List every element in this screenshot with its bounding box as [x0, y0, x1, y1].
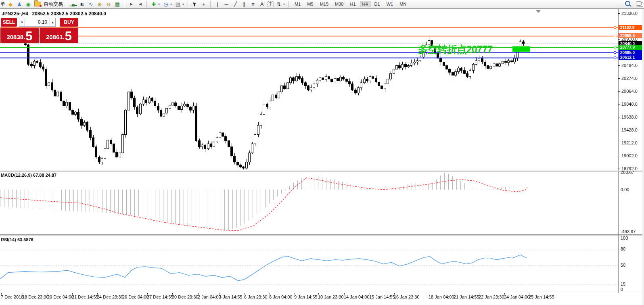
- price-tick-label: 20274.0: [621, 76, 638, 81]
- buy-button[interactable]: BUY: [60, 18, 78, 27]
- search-icon[interactable]: [625, 1, 630, 6]
- mt4-window: 单◆♟◉自动交易▁▄▂▮▯∿⊕⊖▦▶◀✚▾◷▾▧▾+|─╱∥≡AT⇅▾M1M5M…: [0, 0, 644, 305]
- scrollbar-strip[interactable]: [642, 9, 644, 305]
- macd-axis-label: 203.67: [621, 170, 634, 175]
- trendline-icon[interactable]: ╱: [232, 1, 239, 8]
- volume-input[interactable]: [25, 18, 50, 27]
- periods-icon[interactable]: ◷: [162, 1, 169, 8]
- timeframe-mn[interactable]: MN: [397, 1, 409, 7]
- profile-icon[interactable]: ♟: [16, 1, 23, 8]
- new-order-clipped[interactable]: 单: [0, 1, 5, 8]
- timeframe-h4[interactable]: H4: [360, 1, 370, 7]
- price-tick-label: 20484.0: [621, 63, 638, 68]
- bid-quote[interactable]: 20838.5: [0, 28, 39, 43]
- timeframe-m1[interactable]: M1: [292, 1, 303, 7]
- macd-axis-label: 0.00: [621, 187, 629, 192]
- price-tick-label: 19638.0: [621, 115, 638, 119]
- macd-label: MACD(12,26,9) 67.88 24.87: [1, 173, 56, 178]
- time-axis-label: 9 Jan 14:55: [294, 295, 318, 299]
- toolbar-separator: [210, 1, 211, 7]
- price-level-tag: 20966.8: [619, 33, 642, 38]
- toolbar-right: [625, 1, 642, 6]
- timeframe-h1[interactable]: H1: [347, 1, 358, 7]
- auto-scroll-icon[interactable]: ▶: [128, 1, 135, 8]
- dropdown-caret-icon[interactable]: ▾: [182, 2, 184, 6]
- bid-big-digit: 5: [25, 30, 32, 42]
- toolbar-separator: [124, 1, 125, 7]
- crosshair-icon[interactable]: +: [200, 1, 207, 8]
- rsi-axis-label: 50: [621, 263, 625, 267]
- rsi-axis-label: 0: [621, 287, 623, 292]
- bid-int: 20838: [6, 32, 23, 42]
- time-axis-label: 25 Jan 14:55: [529, 295, 554, 299]
- arrows-icon[interactable]: ⇅: [275, 1, 282, 8]
- annotation-text: 多空转折点20777: [418, 43, 493, 56]
- dropdown-caret-icon[interactable]: ▾: [283, 2, 285, 6]
- toolbar-separator: [146, 1, 147, 7]
- time-axis-label: 27 Dec 14:55: [147, 295, 173, 299]
- ask-int: 20861: [46, 32, 63, 42]
- cursor-icon[interactable]: [193, 2, 197, 6]
- ask-quote[interactable]: 20861.5: [40, 28, 78, 43]
- price-level-tag: 20695.0: [619, 50, 642, 55]
- timeframe-w1[interactable]: W1: [384, 1, 396, 7]
- horizontal-line-icon[interactable]: ─: [223, 1, 230, 8]
- time-axis-label: 16 Jan 23:30: [394, 295, 420, 299]
- chart-shift-marker-icon: [536, 10, 541, 13]
- toolbar: 单◆♟◉自动交易▁▄▂▮▯∿⊕⊖▦▶◀✚▾◷▾▧▾+|─╱∥≡AT⇅▾M1M5M…: [0, 0, 644, 8]
- time-axis-label: 30 Dec 23:30: [172, 295, 198, 299]
- time-axis-label: 24 Jan 04:00: [504, 295, 530, 299]
- time-axis-label: 8 Jan 04:00: [269, 295, 293, 299]
- time-axis-label: 2 Jan 04:00: [198, 295, 221, 299]
- time-axis-label: 22 Jan 23:30: [479, 295, 504, 299]
- candlestick-chart-icon[interactable]: ▮▯: [78, 1, 86, 8]
- timeframe-m5[interactable]: M5: [305, 1, 316, 7]
- line-chart-icon[interactable]: ∿: [87, 1, 94, 8]
- price-level-tag: 20777.9: [619, 45, 642, 50]
- volume-increase-button[interactable]: ▲: [50, 18, 56, 27]
- metaeditor-icon[interactable]: ◆: [7, 1, 14, 8]
- chart-canvas[interactable]: [0, 0, 644, 305]
- chat-icon[interactable]: [636, 1, 642, 6]
- chart-title-ohlc: 20852.5 20852.5 20802.5 20840.0: [32, 11, 106, 17]
- dropdown-caret-icon[interactable]: ▾: [170, 2, 172, 6]
- dropdown-caret-icon[interactable]: ▾: [158, 2, 160, 6]
- toolbar-separator: [188, 1, 188, 7]
- time-axis-label: 26 Dec 04:00: [122, 295, 148, 299]
- price-tick-label: 19212.0: [621, 140, 638, 145]
- templates-icon[interactable]: ▧: [174, 1, 182, 8]
- label-icon[interactable]: T: [267, 1, 274, 7]
- rsi-axis-label: 100: [621, 236, 628, 240]
- zoom-in-icon[interactable]: ⊕: [96, 1, 103, 8]
- time-axis-label: 24 Dec 23:30: [97, 295, 123, 299]
- rsi-axis-label: 80: [621, 247, 625, 251]
- timeframe-m30[interactable]: M30: [332, 1, 346, 7]
- vertical-line-icon[interactable]: |: [214, 1, 221, 8]
- indicators-icon[interactable]: ✚: [150, 1, 157, 8]
- time-axis-label: 20 Dec 04:00: [47, 295, 73, 299]
- chart-title-symbol: JPN225-,H4: [2, 11, 28, 17]
- autotrading-icon[interactable]: [34, 2, 41, 6]
- time-axis-label: 14 Jan 04:00: [344, 295, 370, 299]
- fibonacci-icon[interactable]: ≡: [249, 1, 257, 8]
- time-axis-label: 21 Jan 14:55: [454, 295, 479, 299]
- chart-shift-icon[interactable]: ◀: [136, 1, 144, 8]
- price-level-tag: 21102.9: [619, 25, 642, 30]
- timeframe-m15[interactable]: M15: [318, 1, 331, 7]
- timeframe-d1[interactable]: D1: [372, 1, 383, 7]
- rsi-axis-label: 15: [621, 282, 625, 286]
- signals-icon[interactable]: ◉: [25, 1, 32, 8]
- chart-title: JPN225-,H4 20852.5 20852.5 20802.5 20840…: [2, 11, 106, 17]
- price-tick-label: 19848.0: [621, 102, 638, 107]
- rsi-label: RSI(14) 63.5876: [1, 237, 33, 242]
- time-axis-label: 7 Dec 2018: [1, 295, 23, 299]
- macd-axis-label: -493.67: [621, 229, 636, 234]
- text-icon[interactable]: A: [258, 1, 266, 8]
- volume-decrease-button[interactable]: ▼: [19, 18, 25, 27]
- sell-button[interactable]: SELL: [1, 18, 17, 27]
- channel-icon[interactable]: ∥: [240, 1, 248, 8]
- price-tick-label: 19002.0: [621, 153, 638, 158]
- tile-windows-icon[interactable]: ▦: [114, 1, 121, 8]
- zoom-out-icon[interactable]: ⊖: [105, 1, 112, 8]
- bar-chart-icon[interactable]: ▁▄▂: [69, 1, 77, 8]
